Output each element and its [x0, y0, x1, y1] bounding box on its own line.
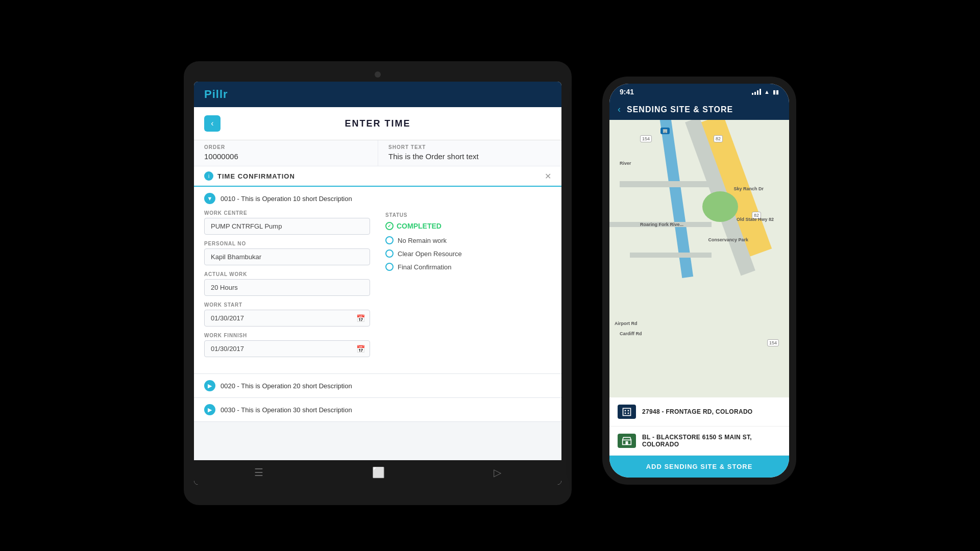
completed-icon: [385, 222, 394, 230]
short-text-label: SHORT TEXT: [388, 144, 551, 150]
close-button[interactable]: ✕: [545, 171, 551, 181]
detail-grid-1: WORK CENTRE PERSONAL NO ACTUAL WORK: [204, 210, 551, 363]
personal-no-field: PERSONAL NO: [204, 241, 370, 265]
menu-icon[interactable]: ☰: [254, 466, 263, 479]
completed-text: COMPLETED: [397, 222, 442, 230]
operation-details-1: WORK CENTRE PERSONAL NO ACTUAL WORK: [194, 210, 561, 373]
signal-bar-3: [757, 90, 758, 95]
phone-locations: 27948 - FRONTAGE RD, COLORADO BL - BLACK…: [609, 397, 789, 456]
logo-text: Pill: [204, 88, 223, 101]
op2-header-text: 0020 - This is Operation 20 short Descri…: [220, 382, 352, 390]
actual-work-input[interactable]: [204, 279, 370, 296]
svg-rect-2: [628, 410, 629, 412]
clear-open-label: Clear Open Resource: [398, 250, 462, 258]
short-text-value: This is the Order short text: [388, 152, 551, 161]
phone-back-button[interactable]: ‹: [618, 104, 621, 115]
work-finish-input[interactable]: [204, 340, 370, 357]
time-conf-label: TIME CONFIRMATION: [217, 172, 295, 180]
actual-work-field: ACTUAL WORK: [204, 271, 370, 296]
svg-rect-3: [625, 413, 626, 414]
work-finish-label: WORK FINNISH: [204, 333, 370, 338]
final-confirmation-item[interactable]: Final Confirmation: [385, 263, 551, 271]
phone-time: 9:41: [620, 88, 634, 96]
left-col: WORK CENTRE PERSONAL NO ACTUAL WORK: [204, 210, 370, 363]
loc1-text: 27948 - FRONTAGE RD, COLORADO: [642, 408, 753, 415]
work-start-field: WORK START 📅: [204, 302, 370, 327]
logo-accent: r: [223, 88, 228, 101]
svg-rect-4: [628, 413, 629, 414]
map-badge-154b: 154: [767, 339, 779, 346]
battery-icon: ▮▮: [773, 89, 779, 95]
back-button[interactable]: ‹: [204, 115, 220, 132]
calendar-icon-start: 📅: [356, 314, 365, 322]
back-nav-icon[interactable]: ▷: [494, 466, 501, 479]
op2-icon: ▶: [204, 380, 215, 391]
add-sending-site-button[interactable]: ADD SENDING SITE & STORE: [609, 456, 789, 478]
signal-bar-2: [754, 92, 756, 95]
signal-bar-4: [760, 89, 761, 95]
tablet-device: Pillr ‹ ENTER TIME ORDER 10000006 SHORT: [184, 61, 572, 505]
no-remain-work-item[interactable]: No Remain work: [385, 236, 551, 244]
map-road-h1: [620, 181, 712, 187]
work-centre-input[interactable]: [204, 218, 370, 235]
map-label-river: River: [620, 161, 631, 166]
operation-header-2[interactable]: ▶ 0020 - This is Operation 20 short Desc…: [194, 374, 561, 397]
no-remain-radio[interactable]: [385, 236, 394, 244]
scene: Pillr ‹ ENTER TIME ORDER 10000006 SHORT: [184, 46, 796, 505]
phone-status-icons: ▲ ▮▮: [752, 89, 779, 95]
tablet-screen: Pillr ‹ ENTER TIME ORDER 10000006 SHORT: [194, 82, 561, 485]
status-col: STATUS COMPLETED No Remain work: [385, 210, 551, 363]
status-completed: COMPLETED: [385, 222, 551, 230]
work-finish-field: WORK FINNISH 📅: [204, 333, 370, 357]
svg-rect-1: [625, 410, 626, 412]
operation-item-2: ▶ 0020 - This is Operation 20 short Desc…: [194, 374, 561, 398]
clear-open-radio[interactable]: [385, 249, 394, 258]
loc1-icon: [618, 405, 636, 419]
wifi-icon: ▲: [764, 89, 770, 95]
enter-time-header: ‹ ENTER TIME: [194, 107, 561, 140]
op1-icon: ▼: [204, 193, 215, 204]
enter-time-title: ENTER TIME: [345, 118, 410, 129]
operation-header-3[interactable]: ▶ 0030 - This is Operation 30 short Desc…: [194, 398, 561, 421]
status-label: STATUS: [385, 212, 551, 218]
actual-work-label: ACTUAL WORK: [204, 271, 370, 277]
tablet-bottom-bar: ☰ ⬜ ▷: [194, 460, 561, 485]
work-start-label: WORK START: [204, 302, 370, 308]
operation-header-1[interactable]: ▼ 0010 - This is Operation 10 short Desc…: [194, 187, 561, 210]
location-item-2[interactable]: BL - BLACKSTORE 6150 S MAIN ST, COLORADO: [609, 427, 789, 456]
order-label: ORDER: [204, 144, 368, 150]
map-label-conservancy: Conservancy Park: [708, 237, 748, 242]
loc2-icon: [618, 434, 636, 448]
tablet-content: ‹ ENTER TIME ORDER 10000006 SHORT TEXT T…: [194, 107, 561, 460]
signal-bars: [752, 89, 761, 95]
operations-list: ▼ 0010 - This is Operation 10 short Desc…: [194, 187, 561, 460]
clear-open-resource-item[interactable]: Clear Open Resource: [385, 249, 551, 258]
map-badge-82: 82: [714, 135, 723, 142]
map-label-airport: Airport Rd: [615, 321, 638, 326]
personal-no-label: PERSONAL NO: [204, 241, 370, 246]
loc2-text: BL - BLACKSTORE 6150 S MAIN ST, COLORADO: [642, 434, 781, 448]
personal-no-input[interactable]: [204, 248, 370, 265]
phone-map: 154 82 82 154 River Sky Ranch Dr Old Sta…: [609, 120, 789, 397]
short-text-field-group: SHORT TEXT This is the Order short text: [378, 140, 561, 166]
no-remain-label: No Remain work: [398, 237, 447, 244]
map-label-roaring: Roaring Fork Rive...: [640, 222, 683, 227]
op3-icon: ▶: [204, 404, 215, 415]
work-start-input[interactable]: [204, 310, 370, 327]
map-park: [702, 191, 738, 222]
order-row: ORDER 10000006 SHORT TEXT This is the Or…: [194, 140, 561, 166]
store-icon: [622, 436, 632, 446]
location-item-1[interactable]: 27948 - FRONTAGE RD, COLORADO: [609, 397, 789, 427]
map-label-oldstate: Old State Hwy 82: [737, 217, 774, 222]
phone-nav-bar: ‹ SENDING SITE & STORE: [609, 99, 789, 120]
map-label-skyranch: Sky Ranch Dr: [733, 186, 764, 191]
home-icon[interactable]: ⬜: [372, 466, 385, 479]
tablet-header: Pillr: [194, 82, 561, 107]
phone-device: 9:41 ▲ ▮▮ ‹ SENDING SITE & STORE: [602, 77, 796, 485]
map-badge-154: 154: [640, 135, 652, 142]
time-confirmation-bar: i TIME CONFIRMATION ✕: [194, 166, 561, 187]
final-conf-radio[interactable]: [385, 263, 394, 271]
map-marker-loc: 🏢: [660, 128, 670, 134]
svg-rect-6: [626, 441, 628, 445]
work-centre-label: WORK CENTRE: [204, 210, 370, 216]
